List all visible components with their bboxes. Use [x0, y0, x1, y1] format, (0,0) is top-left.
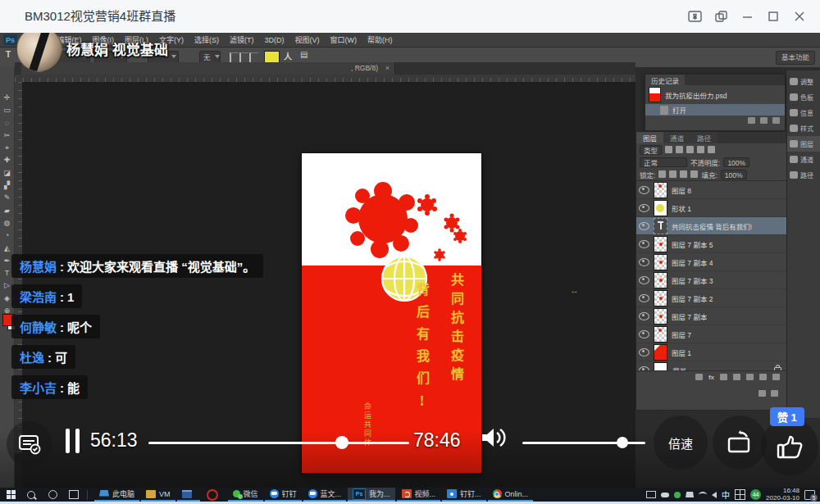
layer-row[interactable]: 图层 7 [636, 325, 786, 343]
filter-smartobject-icon[interactable] [708, 146, 715, 153]
taskbar-item-red-app[interactable] [202, 488, 226, 502]
fill-value[interactable]: 100% [721, 170, 747, 179]
wifi-icon[interactable] [699, 492, 707, 498]
taskbar-item-chrome[interactable]: Onlin... [488, 488, 534, 502]
tool-icon[interactable]: ◔ [5, 229, 9, 242]
filter-adjustment-icon[interactable] [676, 146, 683, 153]
delete-state-icon[interactable] [772, 117, 780, 124]
laptop-tray-icon[interactable] [686, 492, 694, 497]
volume-icon[interactable] [480, 427, 509, 452]
pin-window-button[interactable] [684, 7, 705, 26]
layer-row[interactable]: 图层 7 副本 5 [636, 235, 786, 253]
blend-mode-select[interactable]: 正常 [640, 157, 687, 167]
dock-item-swatches[interactable]: 色板 [786, 89, 820, 105]
layer-visibility-eye-icon[interactable] [639, 330, 649, 338]
layer-style-fx-icon[interactable]: fx [708, 374, 714, 381]
panel-handle-icon[interactable] [771, 390, 778, 397]
layer-mask-icon[interactable] [720, 374, 727, 380]
tool-icon[interactable]: ◌ [5, 117, 9, 129]
dock-item-styles[interactable]: 样式 [786, 120, 820, 136]
tool-icon[interactable]: ✚ [4, 154, 11, 166]
filter-type-icon[interactable] [686, 146, 694, 153]
menu-3d[interactable]: 3D(D) [265, 36, 285, 44]
mini-window-button[interactable] [710, 7, 731, 26]
menu-help[interactable]: 帮助(H) [367, 34, 393, 45]
dock-item-layers[interactable]: 图层 [786, 136, 820, 152]
warp-text-icon[interactable]: 人 [284, 50, 292, 62]
layer-visibility-eye-icon[interactable] [639, 312, 649, 320]
align-top-icon[interactable] [230, 52, 239, 62]
layer-row[interactable]: 图层 8 [636, 181, 786, 199]
taskbar-item-dingtalk[interactable]: 钉钉 [265, 488, 302, 502]
lock-all-icon[interactable] [690, 170, 698, 178]
layer-visibility-eye-icon[interactable] [639, 276, 649, 284]
taskbar-item-vm[interactable]: VM [141, 488, 175, 502]
layer-row[interactable]: 图层 7 副本 [636, 307, 786, 325]
menu-select[interactable]: 选择(S) [194, 34, 219, 45]
opacity-value[interactable]: 100% [723, 157, 749, 167]
layer-visibility-eye-icon[interactable] [639, 366, 649, 371]
align-bottom-icon[interactable] [249, 52, 258, 62]
layer-row[interactable]: 图层 7 副本 4 [636, 253, 786, 271]
tool-icon[interactable]: ✛ [4, 92, 11, 104]
tool-icon[interactable]: ◭ [4, 243, 10, 255]
tool-icon[interactable]: T [5, 267, 10, 279]
dock-item-adjustments[interactable]: 调整 [786, 74, 820, 89]
layer-filter-type[interactable]: 类型 [640, 145, 662, 155]
lock-pixels-icon[interactable] [669, 170, 676, 178]
delete-layer-icon[interactable] [772, 374, 780, 380]
taskbar-item-ppt[interactable]: 视频... [397, 488, 441, 502]
monitor-tray-icon[interactable] [646, 491, 656, 498]
tool-icon[interactable]: ✎ [4, 192, 11, 204]
lock-transparent-icon[interactable] [658, 170, 666, 178]
layer-row-background[interactable]: 背景 [636, 361, 786, 370]
streamer-avatar[interactable] [16, 26, 62, 72]
layer-visibility-eye-icon[interactable] [639, 294, 649, 302]
tool-icon[interactable]: ▞ [4, 179, 10, 192]
like-count-badge[interactable]: 赞 1 [770, 407, 804, 426]
volume-handle[interactable] [617, 437, 628, 448]
layer-row[interactable]: 图层 7 副本 3 [636, 271, 786, 289]
tool-icon[interactable]: ⌖ [5, 142, 9, 154]
tool-icon[interactable]: ✒ [4, 255, 11, 267]
link-layers-icon[interactable] [695, 374, 703, 380]
layer-visibility-eye-icon[interactable] [639, 186, 649, 194]
layer-visibility-eye-icon[interactable] [639, 348, 649, 356]
align-center-icon[interactable] [239, 52, 248, 62]
search-icon[interactable] [27, 491, 35, 499]
tray-count-badge[interactable]: 44 [750, 489, 761, 500]
layer-visibility-eye-icon[interactable] [639, 240, 649, 248]
tool-icon[interactable]: ▭ [3, 104, 11, 116]
close-button[interactable] [789, 7, 810, 26]
layer-row[interactable]: 图层 1 [636, 343, 786, 361]
taskbar-item-doc[interactable]: 蓝文... [303, 488, 347, 502]
font-size-caret-icon[interactable] [171, 55, 176, 58]
playback-speed-button[interactable]: 倍速 [654, 415, 708, 470]
history-tab[interactable]: 历史记录 [645, 75, 685, 86]
seek-bar[interactable] [148, 442, 409, 444]
rotate-screen-button[interactable] [713, 415, 767, 470]
ime-grid-icon[interactable] [735, 489, 745, 500]
chat-panel-toggle-button[interactable] [7, 421, 52, 467]
start-button-icon[interactable] [7, 490, 16, 499]
tool-icon[interactable]: ▰ [4, 205, 10, 217]
speaker-tray-icon[interactable] [712, 492, 717, 498]
menu-filter[interactable]: 滤镜(T) [230, 34, 254, 45]
tab-channels[interactable]: 通道 [663, 132, 690, 143]
layer-visibility-eye-icon[interactable] [639, 222, 649, 230]
new-layer-icon[interactable] [759, 374, 767, 380]
history-step-open[interactable]: 打开 [645, 104, 785, 116]
cortana-icon[interactable] [48, 490, 57, 499]
tool-icon[interactable]: ◈ [4, 293, 10, 305]
dock-item-paths[interactable]: 路径 [786, 167, 820, 183]
maximize-button[interactable] [763, 7, 784, 26]
menu-window[interactable]: 窗口(W) [330, 34, 358, 45]
taskbar-item-this-pc[interactable]: 此电脑 [94, 488, 139, 502]
lock-position-icon[interactable] [680, 170, 687, 178]
green-tray-icon[interactable] [674, 492, 681, 498]
history-snapshot-row[interactable]: 我为抗疫出份力.psd [645, 85, 785, 104]
layer-row-selected[interactable]: 共同抗击疫情 背后有我们! [636, 217, 786, 235]
tool-icon[interactable]: ✂ [4, 129, 11, 142]
layer-visibility-eye-icon[interactable] [639, 204, 649, 212]
task-view-icon[interactable] [69, 490, 79, 499]
